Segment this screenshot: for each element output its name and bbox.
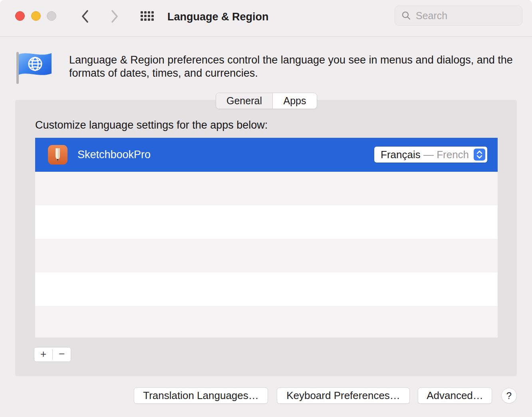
close-button[interactable] [15,11,25,21]
preferences-description: Language & Region preferences control th… [69,54,518,80]
table-row[interactable]: SketchbookPro Français — French [35,138,498,172]
chevron-right-icon [110,10,119,23]
language-popup-button[interactable]: Français — French [374,147,487,163]
help-button[interactable]: ? [501,388,517,403]
back-button[interactable] [79,9,91,24]
remove-app-button[interactable]: − [53,348,71,361]
apps-panel: Customize language settings for the apps… [15,100,517,376]
search-input[interactable] [415,10,532,22]
add-app-button[interactable]: + [34,348,52,361]
tab-bar: General Apps [216,93,317,109]
app-language-table: SketchbookPro Français — French [35,138,498,338]
zoom-button[interactable] [47,11,56,21]
language-popup-value: Français — French [381,149,469,161]
tab-general[interactable]: General [216,93,273,109]
titlebar: Language & Region [0,0,532,37]
language-region-flag-icon [15,50,53,85]
search-icon [401,11,411,20]
table-empty-rows [35,172,498,338]
tab-apps[interactable]: Apps [273,93,317,109]
translation-languages-button[interactable]: Translation Languages… [134,387,268,404]
forward-button[interactable] [109,9,121,24]
add-remove-control: + − [34,347,71,362]
app-name-label: SketchbookPro [77,138,151,172]
sketchbookpro-app-icon [48,145,67,165]
up-down-chevrons-icon [474,149,485,161]
minimize-button[interactable] [31,11,41,21]
language-region-window: Language & Region Language & [0,0,532,417]
chevron-left-icon [81,10,89,23]
search-field[interactable] [395,6,522,26]
advanced-button[interactable]: Advanced… [418,387,492,404]
keyboard-preferences-button[interactable]: Keyboard Preferences… [277,387,410,404]
page-title: Language & Region [167,10,269,24]
apps-instruction: Customize language settings for the apps… [35,119,268,131]
show-all-grid-icon[interactable] [141,11,154,21]
